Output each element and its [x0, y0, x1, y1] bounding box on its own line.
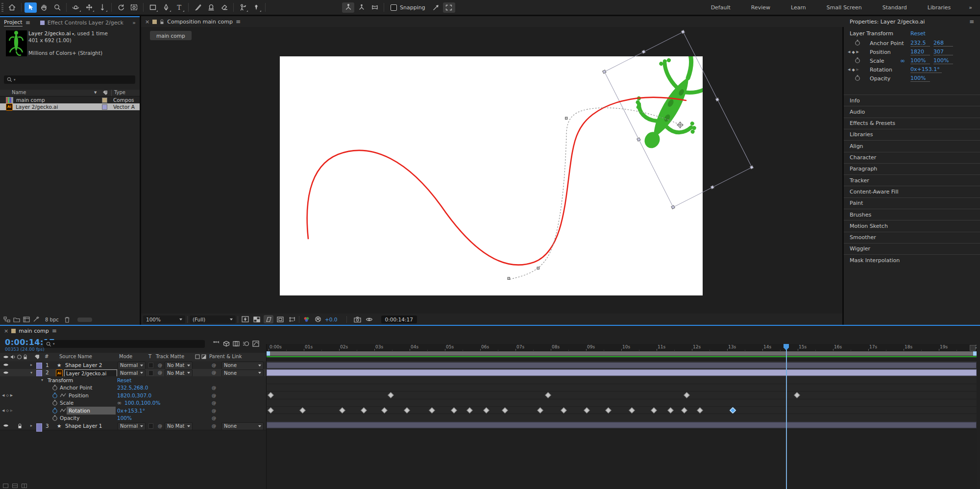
track-matte-dropdown[interactable]: No Mat — [165, 422, 193, 430]
parent-pickwhip-icon[interactable]: @ — [212, 369, 216, 377]
stopwatch-icon[interactable] — [52, 415, 58, 422]
matte-pickwhip-icon[interactable]: @ — [158, 369, 162, 377]
close-tab-icon[interactable]: × — [4, 328, 8, 334]
project-tabs-overflow-icon[interactable]: » — [132, 20, 136, 26]
properties-section-tracker[interactable]: Tracker — [844, 174, 980, 186]
composition-viewer[interactable] — [141, 16, 842, 314]
matte-pickwhip-icon[interactable]: @ — [158, 422, 162, 430]
motion-path-keyframe[interactable] — [537, 267, 539, 269]
fast-previews-icon[interactable] — [240, 315, 250, 323]
keyframe-diamond[interactable] — [381, 407, 388, 414]
workspace-tab-learn[interactable]: Learn — [781, 4, 816, 11]
property-pickwhip-icon[interactable]: @ — [212, 399, 216, 407]
workspace-tab-review[interactable]: Review — [741, 4, 781, 11]
anchor-point-label[interactable]: Anchor Point — [60, 384, 92, 392]
keyframe-nav[interactable]: ◀◇▶ — [2, 391, 13, 399]
selection-tool-icon[interactable] — [24, 2, 37, 13]
project-list-header[interactable]: Name ▼ Type — [0, 90, 140, 97]
keyframe-diamond[interactable] — [466, 407, 473, 414]
stopwatch-icon[interactable] — [52, 399, 58, 407]
keyframe-diamond[interactable] — [268, 392, 274, 398]
eraser-icon[interactable] — [218, 2, 230, 13]
opacity-value[interactable]: 100% — [117, 415, 132, 422]
properties-section-paint[interactable]: Paint — [844, 197, 980, 209]
rotation-label-selected[interactable]: Rotation — [67, 407, 116, 415]
keyframe-diamond[interactable] — [451, 407, 457, 414]
stopwatch-icon[interactable] — [52, 384, 58, 392]
close-tab-icon[interactable]: × — [145, 19, 149, 25]
preview-time-display[interactable]: 0:00:14:17 — [381, 316, 417, 323]
parent-pickwhip-icon[interactable]: @ — [212, 361, 216, 369]
motion-blur-icon[interactable] — [241, 340, 251, 348]
graph-editor-icon[interactable] — [251, 340, 261, 348]
clone-stamp-icon[interactable] — [205, 2, 217, 13]
project-search-input[interactable]: ▾ — [4, 75, 135, 84]
properties-section-info[interactable]: Info — [844, 95, 980, 106]
opacity-value[interactable]: 100% — [910, 75, 930, 82]
layer-row-shape-layer-1[interactable]: ▸ 3 ★ Shape Layer 1 Normal @ No Mat @ No… — [0, 422, 266, 430]
position-label[interactable]: Position — [69, 391, 89, 399]
rotation-row[interactable]: ◀◇▶ Rotation 0x+153.1° @ — [0, 407, 266, 415]
layer-transform-group[interactable]: Layer Transform — [850, 29, 893, 37]
properties-section-mask-interpolation[interactable]: Mask Interpolation — [844, 254, 980, 266]
position-keyframe-track[interactable] — [267, 391, 977, 399]
work-area-end-handle[interactable] — [973, 351, 977, 356]
column-source-name[interactable]: Source Name — [59, 354, 92, 359]
snap-frame-icon[interactable] — [443, 2, 455, 13]
column-track-matte[interactable]: Track Matte — [156, 354, 184, 359]
camera-tool-icon[interactable] — [128, 2, 140, 13]
tab-project[interactable]: Project — [4, 19, 23, 26]
new-composition-icon[interactable] — [23, 316, 30, 323]
composition-mini-flowchart-icon[interactable] — [212, 340, 221, 348]
brush-tool-icon[interactable] — [192, 2, 204, 13]
keyframe-nav[interactable]: ◀◆▶ — [848, 50, 859, 54]
label-color-chip[interactable] — [102, 98, 107, 103]
keyframe-diamond[interactable] — [429, 407, 435, 414]
expander-icon[interactable]: ▾ — [41, 376, 43, 384]
keyframe-diamond[interactable] — [681, 407, 687, 414]
pan-camera-icon[interactable] — [83, 2, 95, 13]
puppet-pin-icon[interactable] — [250, 2, 262, 13]
keyframe-diamond[interactable] — [545, 392, 551, 398]
stopwatch-icon[interactable] — [855, 40, 860, 47]
timeline-column-header[interactable]: # Source Name Mode T Track Matte Parent … — [0, 353, 266, 362]
timeline-search-input[interactable]: ▾ — [43, 340, 205, 348]
project-flowchart-icon[interactable] — [3, 316, 10, 323]
transform-label[interactable]: Transform — [48, 376, 73, 384]
expander-icon[interactable]: ▾ — [30, 369, 32, 377]
blend-mode-dropdown[interactable]: Normal — [118, 369, 146, 377]
position-value[interactable]: 1820.0,307.0 — [117, 391, 151, 399]
orbit-camera-icon[interactable] — [70, 2, 82, 13]
timeline-track-area[interactable]: 0:00s01s02s03s04s05s06s07s08s09s10s11s12… — [266, 344, 977, 489]
keyframe-diamond[interactable] — [268, 407, 274, 414]
timeline-panel-menu-icon[interactable]: ≡ — [52, 327, 57, 334]
keyframe-diamond[interactable] — [697, 407, 703, 414]
keyframe-diamond[interactable] — [667, 407, 674, 414]
property-pickwhip-icon[interactable]: @ — [212, 407, 216, 415]
column-parent-link[interactable]: Parent & Link — [209, 354, 242, 359]
draft-3d-icon[interactable] — [221, 340, 231, 348]
position-y-value[interactable]: 307 — [933, 49, 953, 55]
transparency-grid-icon[interactable] — [252, 315, 262, 323]
exposure-icon[interactable] — [313, 315, 323, 323]
visibility-eye-icon[interactable] — [3, 361, 9, 369]
toggle-transfer-controls-icon[interactable] — [12, 484, 18, 488]
workspace-tab-standard[interactable]: Standard — [872, 4, 917, 11]
work-area-start-handle[interactable] — [267, 351, 270, 356]
keyframe-diamond[interactable] — [537, 407, 543, 414]
transform-group-row[interactable]: ▾ Transform Reset — [0, 376, 266, 385]
guides-icon[interactable] — [430, 2, 442, 13]
keyframe-diamond[interactable] — [561, 407, 567, 414]
properties-section-character[interactable]: Character — [844, 152, 980, 163]
opacity-label[interactable]: Opacity — [60, 415, 79, 422]
column-t[interactable]: T — [148, 354, 151, 359]
blend-mode-dropdown[interactable]: Normal — [118, 422, 146, 430]
anchor-x-value[interactable]: 232.5 — [910, 40, 930, 47]
stopwatch-icon[interactable] — [855, 57, 860, 65]
channel-icon[interactable] — [301, 315, 311, 323]
keyframe-diamond[interactable] — [794, 392, 800, 398]
shape-node-icon[interactable] — [342, 2, 354, 13]
resolution-dropdown[interactable]: (Full) — [190, 316, 236, 323]
free-transform-node-icon[interactable] — [368, 2, 381, 13]
layer-bar-shape-layer-2[interactable] — [267, 362, 977, 368]
